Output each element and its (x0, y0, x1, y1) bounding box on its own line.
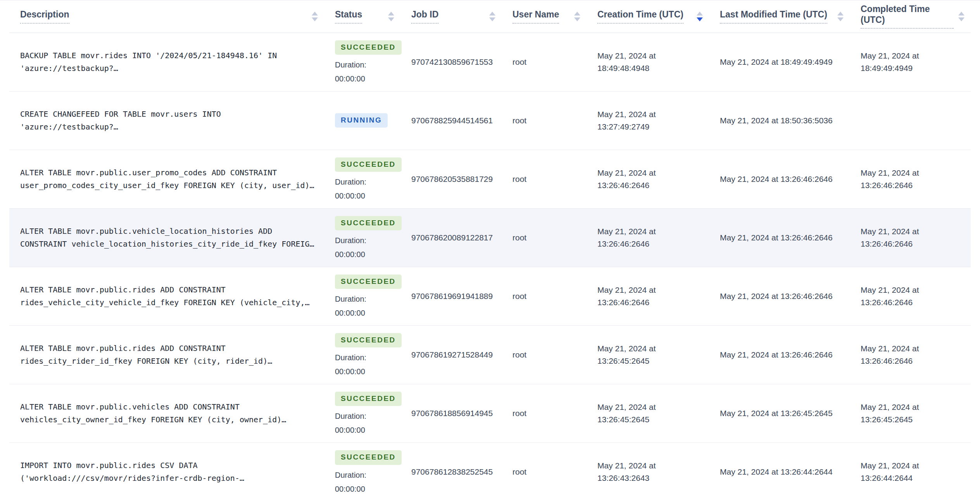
user-name: root (512, 384, 597, 442)
status-badge: SUCCEEDED (335, 450, 402, 465)
table-row: IMPORT INTO movr.public.rides CSV DATA (… (9, 442, 971, 501)
sort-desc-caret-icon (837, 17, 844, 21)
duration-value: 00:00:00 (335, 484, 408, 494)
column-header-user_name[interactable]: User Name (512, 0, 597, 33)
last-modified-time: May 21, 2024 at 18:50:36:5036 (720, 91, 861, 150)
column-header-last_modified_time[interactable]: Last Modified Time (UTC) (720, 0, 861, 33)
column-label: Creation Time (UTC) (597, 9, 683, 24)
table-row: ALTER TABLE movr.public.vehicle_location… (9, 208, 971, 267)
sort-arrows-icon (958, 12, 964, 21)
user-name: root (512, 267, 597, 325)
table-header-row: Description Status Job ID User Name (9, 0, 971, 33)
table-body: BACKUP TABLE movr.rides INTO '/2024/05/2… (9, 33, 971, 501)
creation-time: May 21, 2024 at 13:27:49:2749 (597, 91, 720, 150)
job-id: 970678620535881729 (411, 150, 512, 208)
table-row: CREATE CHANGEFEED FOR TABLE movr.users I… (9, 91, 971, 150)
column-label: Job ID (411, 9, 438, 24)
creation-time: May 21, 2024 at 13:26:45:2645 (597, 384, 720, 442)
last-modified-time: May 21, 2024 at 13:26:46:2646 (720, 150, 861, 208)
sort-asc-caret-icon (574, 12, 580, 16)
sort-desc-caret-icon (489, 17, 495, 21)
completed-time: May 21, 2024 at 13:26:46:2646 (861, 150, 971, 208)
column-header-job_id[interactable]: Job ID (411, 0, 512, 33)
sort-arrows-icon (312, 12, 318, 21)
creation-time: May 21, 2024 at 13:26:46:2646 (597, 208, 720, 267)
last-modified-time: May 21, 2024 at 13:26:46:2646 (720, 208, 861, 267)
table-row: ALTER TABLE movr.public.user_promo_codes… (9, 150, 971, 208)
completed-time: May 21, 2024 at 13:26:46:2646 (861, 267, 971, 325)
status-badge: SUCCEEDED (335, 216, 402, 231)
job-description-link[interactable]: CREATE CHANGEFEED FOR TABLE movr.users I… (20, 108, 319, 133)
user-name: root (512, 325, 597, 384)
creation-time: May 21, 2024 at 13:26:46:2646 (597, 267, 720, 325)
completed-time: May 21, 2024 at 13:26:46:2646 (861, 208, 971, 267)
column-label: Completed Time (UTC) (861, 4, 954, 29)
duration-label: Duration: (335, 411, 408, 421)
status-badge: SUCCEEDED (335, 333, 402, 348)
duration-value: 00:00:00 (335, 425, 408, 435)
column-label: Description (20, 9, 69, 24)
status-badge: RUNNING (335, 113, 388, 128)
sort-desc-caret-icon (312, 17, 318, 21)
column-header-description[interactable]: Description (9, 0, 335, 33)
completed-time: May 21, 2024 at 13:26:45:2645 (861, 384, 971, 442)
duration-value: 00:00:00 (335, 367, 408, 376)
user-name: root (512, 150, 597, 208)
sort-asc-caret-icon (489, 12, 495, 16)
duration-value: 00:00:00 (335, 74, 408, 83)
job-id: 970678825944514561 (411, 91, 512, 150)
sort-desc-caret-icon (958, 17, 964, 21)
sort-arrows-icon (837, 12, 844, 21)
job-description-link[interactable]: ALTER TABLE movr.public.vehicles ADD CON… (20, 401, 319, 426)
sort-asc-caret-icon (312, 12, 318, 16)
user-name: root (512, 33, 597, 91)
status-badge: SUCCEEDED (335, 40, 402, 55)
last-modified-time: May 21, 2024 at 18:49:49:4949 (720, 33, 861, 91)
job-description-link[interactable]: BACKUP TABLE movr.rides INTO '/2024/05/2… (20, 49, 319, 75)
user-name: root (512, 442, 597, 501)
job-description-link[interactable]: ALTER TABLE movr.public.rides ADD CONSTR… (20, 283, 319, 309)
table-row: ALTER TABLE movr.public.vehicles ADD CON… (9, 384, 971, 442)
duration-value: 00:00:00 (335, 191, 408, 200)
creation-time: May 21, 2024 at 13:26:45:2645 (597, 325, 720, 384)
last-modified-time: May 21, 2024 at 13:26:44:2644 (720, 442, 861, 501)
user-name: root (512, 208, 597, 267)
column-header-completed_time[interactable]: Completed Time (UTC) (861, 0, 971, 33)
user-name: root (512, 91, 597, 150)
duration-label: Duration: (335, 60, 408, 69)
sort-asc-caret-icon (837, 12, 844, 16)
job-description-link[interactable]: IMPORT INTO movr.public.rides CSV DATA (… (20, 459, 319, 485)
job-description-link[interactable]: ALTER TABLE movr.public.rides ADD CONSTR… (20, 342, 319, 368)
column-label: Status (335, 9, 362, 24)
job-id: 970678612838252545 (411, 442, 512, 501)
sort-arrows-icon (388, 12, 394, 21)
duration-label: Duration: (335, 236, 408, 245)
last-modified-time: May 21, 2024 at 13:26:46:2646 (720, 325, 861, 384)
sort-desc-caret-icon (388, 17, 394, 21)
jobs-table: Description Status Job ID User Name (9, 0, 971, 501)
duration-label: Duration: (335, 470, 408, 480)
job-id: 970678619271528449 (411, 325, 512, 384)
table-row: ALTER TABLE movr.public.rides ADD CONSTR… (9, 325, 971, 384)
completed-time: May 21, 2024 at 13:26:44:2644 (861, 442, 971, 501)
duration-label: Duration: (335, 294, 408, 304)
duration-label: Duration: (335, 177, 408, 187)
job-description-link[interactable]: ALTER TABLE movr.public.vehicle_location… (20, 225, 319, 250)
table-header: Description Status Job ID User Name (9, 0, 971, 33)
sort-desc-caret-icon (697, 17, 703, 21)
job-id: 970742130859671553 (411, 33, 512, 91)
job-id: 970678619691941889 (411, 267, 512, 325)
sort-arrows-icon (574, 12, 580, 21)
column-header-status[interactable]: Status (335, 0, 411, 33)
column-header-creation_time[interactable]: Creation Time (UTC) (597, 0, 720, 33)
last-modified-time: May 21, 2024 at 13:26:45:2645 (720, 384, 861, 442)
column-label: User Name (512, 9, 559, 24)
sort-asc-caret-icon (958, 12, 964, 16)
duration-value: 00:00:00 (335, 308, 408, 318)
table-row: BACKUP TABLE movr.rides INTO '/2024/05/2… (9, 33, 971, 91)
job-description-link[interactable]: ALTER TABLE movr.public.user_promo_codes… (20, 166, 319, 192)
table-row: ALTER TABLE movr.public.rides ADD CONSTR… (9, 267, 971, 325)
column-label: Last Modified Time (UTC) (720, 9, 827, 24)
job-id: 970678618856914945 (411, 384, 512, 442)
completed-time (861, 91, 971, 150)
